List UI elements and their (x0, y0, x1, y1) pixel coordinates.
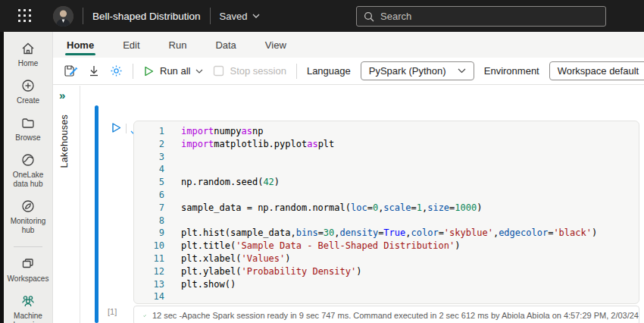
play-icon (111, 121, 122, 134)
code-line: 14 (134, 290, 639, 303)
divider (83, 8, 83, 24)
plus-circle-icon (20, 78, 36, 93)
sidebar-item-label: Workspaces (6, 274, 50, 284)
stop-session-label: Stop session (230, 65, 286, 77)
save-icon (64, 64, 78, 78)
code-line: 4 (134, 163, 639, 176)
line-number: 2 (134, 138, 181, 151)
language-label: Language (307, 65, 351, 77)
sidebar-item-label: OneLake data hub (6, 171, 50, 189)
save-status-menu[interactable]: Saved (220, 11, 261, 22)
code-line: 3 (134, 151, 639, 164)
tab-data[interactable]: Data (214, 34, 237, 56)
line-number: 6 (134, 189, 181, 202)
line-number: 5 (134, 176, 181, 189)
line-number: 3 (134, 151, 181, 164)
sidebar-item-label: Monitoring hub (6, 217, 50, 235)
code-line: 2import matplotlib.pyplot as plt (134, 138, 639, 151)
gear-icon (110, 64, 123, 77)
search-input[interactable]: Search (356, 6, 606, 27)
tab-run[interactable]: Run (167, 34, 189, 56)
divider (296, 64, 297, 79)
chevron-down-icon (195, 69, 203, 74)
environment-value: Workspace default (558, 65, 639, 77)
play-icon (143, 65, 155, 77)
people-icon (20, 293, 36, 309)
tab-view[interactable]: View (264, 34, 288, 56)
sidebar-item-label: Home (6, 59, 50, 68)
lakehouses-label: Lakehouses (59, 114, 70, 168)
top-app-bar: Bell-shaped Distribution Saved Search (0, 0, 644, 32)
code-line: 1import numpy as np (134, 125, 639, 138)
sidebar-divider (14, 246, 42, 247)
sidebar-item-onelake-data-hub[interactable]: OneLake data hub (4, 152, 52, 189)
settings-button[interactable] (110, 64, 123, 77)
sidebar-item-home[interactable]: Home (4, 41, 52, 68)
line-number: 1 (134, 125, 181, 138)
cell-status-bar: 12 sec -Apache Spark session ready in 9 … (133, 306, 639, 323)
execution-count: [1] (108, 307, 117, 316)
line-number: 4 (134, 163, 181, 176)
code-line: 6 (134, 189, 639, 202)
sidebar-item-monitoring-hub[interactable]: Monitoring hub (4, 199, 52, 235)
left-nav-rail: Home Create Browse OneLake data hub (0, 32, 53, 323)
document-title: Bell-shaped Distribution (92, 11, 201, 22)
sidebar-item-create[interactable]: Create (4, 78, 52, 105)
home-icon (20, 41, 36, 56)
avatar[interactable] (53, 6, 73, 27)
search-icon (364, 11, 374, 22)
tab-edit[interactable]: Edit (121, 34, 141, 56)
language-value: PySpark (Python) (369, 65, 446, 77)
sidebar-item-browse[interactable]: Browse (4, 115, 52, 143)
line-number: 9 (134, 227, 181, 240)
line-number: 12 (134, 265, 181, 278)
import-button[interactable] (88, 64, 100, 77)
app-launcher-icon[interactable] (18, 9, 32, 23)
download-icon (88, 64, 100, 77)
environment-dropdown[interactable]: Workspace default (549, 61, 644, 80)
run-cell-button[interactable] (111, 121, 122, 137)
ribbon-tabs: Home Edit Run Data View (53, 32, 644, 58)
chevron-down-icon (458, 68, 466, 74)
ribbon-toolbar: Run all Stop session Language PySpark (P… (53, 58, 644, 85)
code-line: 7sample_data = np.random.normal(loc=0, s… (134, 202, 639, 215)
folder-icon (20, 115, 36, 130)
environment-label: Environment (484, 65, 539, 77)
sidebar-item-machine-learning[interactable]: Machine Learning (4, 293, 52, 323)
active-cell-indicator (95, 105, 98, 323)
expand-panel-icon[interactable]: » (59, 89, 65, 102)
sidebar-item-label: Browse (6, 133, 50, 143)
divider (133, 64, 133, 79)
code-line: 9plt.hist(sample_data, bins=30, density=… (134, 227, 639, 240)
lakehouses-panel-collapsed: » Lakehouses (53, 86, 80, 323)
tab-home[interactable]: Home (65, 34, 95, 56)
line-number: 13 (134, 278, 181, 291)
save-button[interactable] (64, 64, 78, 78)
line-number: 10 (134, 240, 181, 252)
code-line: 13plt.show() (134, 278, 639, 291)
workspaces-icon (20, 256, 36, 271)
code-line: 12plt.ylabel('Probability Density') (134, 265, 639, 278)
line-number: 11 (134, 252, 181, 265)
run-all-button[interactable]: Run all (143, 65, 203, 77)
code-editor[interactable]: 1import numpy as np2import matplotlib.py… (134, 125, 639, 303)
divider (126, 124, 127, 133)
stop-session-button[interactable]: Stop session (213, 65, 286, 77)
main-area: Home Edit Run Data View (53, 32, 644, 323)
divider (210, 8, 211, 24)
stop-icon (213, 65, 224, 77)
save-status-label: Saved (220, 11, 248, 22)
line-number: 14 (134, 290, 181, 303)
code-cell[interactable]: 1import numpy as np2import matplotlib.py… (133, 121, 639, 304)
sidebar-item-label: Machine Learning (6, 312, 50, 323)
code-line: 5np.random.seed(42) (134, 176, 639, 189)
search-placeholder: Search (380, 11, 411, 22)
language-dropdown[interactable]: PySpark (Python) (361, 61, 474, 80)
code-line: 11plt.xlabel('Values') (134, 252, 639, 265)
line-number: 7 (134, 202, 181, 215)
chevron-down-icon (252, 14, 260, 18)
monitoring-icon (20, 199, 36, 214)
notebook-app: Bell-shaped Distribution Saved Search Ho… (0, 0, 644, 323)
sidebar-item-workspaces[interactable]: Workspaces (4, 256, 52, 284)
run-all-label: Run all (160, 65, 190, 77)
